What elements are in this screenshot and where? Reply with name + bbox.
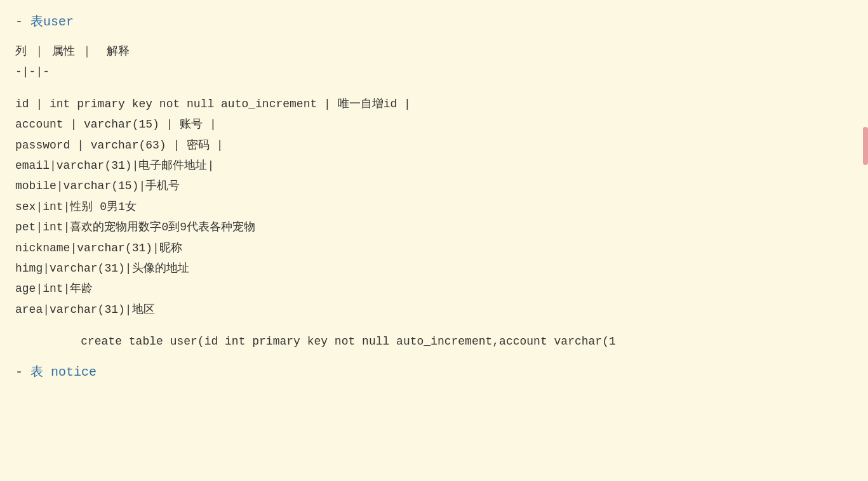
field-row-email: email|varchar(31)|电子邮件地址| bbox=[15, 155, 853, 176]
fields-section: id | int primary key not null auto_incre… bbox=[15, 94, 853, 320]
table-user-header: - 表user bbox=[15, 13, 853, 30]
field-row-area: area|varchar(31)|地区 bbox=[15, 300, 853, 320]
field-row-sex: sex|int|性别 0男1女 bbox=[15, 197, 853, 217]
separator-row: -|-|- bbox=[15, 62, 853, 82]
field-row-password: password | varchar(63) | 密码 | bbox=[15, 135, 853, 155]
field-row-nickname: nickname|varchar(31)|昵称 bbox=[15, 238, 853, 258]
field-row-id: id | int primary key not null auto_incre… bbox=[15, 94, 853, 114]
scrollbar[interactable] bbox=[863, 127, 868, 165]
markdown-table: 列 ｜ 属性 ｜ 解释 -|-|- bbox=[15, 41, 853, 82]
header-dash: - bbox=[15, 15, 30, 29]
notice-dash: - bbox=[15, 365, 30, 379]
field-row-pet: pet|int|喜欢的宠物用数字0到9代表各种宠物 bbox=[15, 217, 853, 237]
sql-block: create table user(id int primary key not… bbox=[53, 331, 853, 352]
field-row-himg: himg|varchar(31)|头像的地址 bbox=[15, 258, 853, 279]
field-row-mobile: mobile|varchar(15)|手机号 bbox=[15, 176, 853, 196]
table-notice-name: 表 notice bbox=[30, 365, 97, 379]
table-notice-header: - 表 notice bbox=[15, 363, 853, 380]
columns-header-row: 列 ｜ 属性 ｜ 解释 bbox=[15, 41, 853, 62]
field-row-age: age|int|年龄 bbox=[15, 279, 853, 299]
field-row-account: account | varchar(15) | 账号 | bbox=[15, 114, 853, 135]
content-area: - 表user 列 ｜ 属性 ｜ 解释 -|-|- id | int prima… bbox=[15, 13, 853, 380]
table-user-name: 表user bbox=[30, 15, 74, 29]
